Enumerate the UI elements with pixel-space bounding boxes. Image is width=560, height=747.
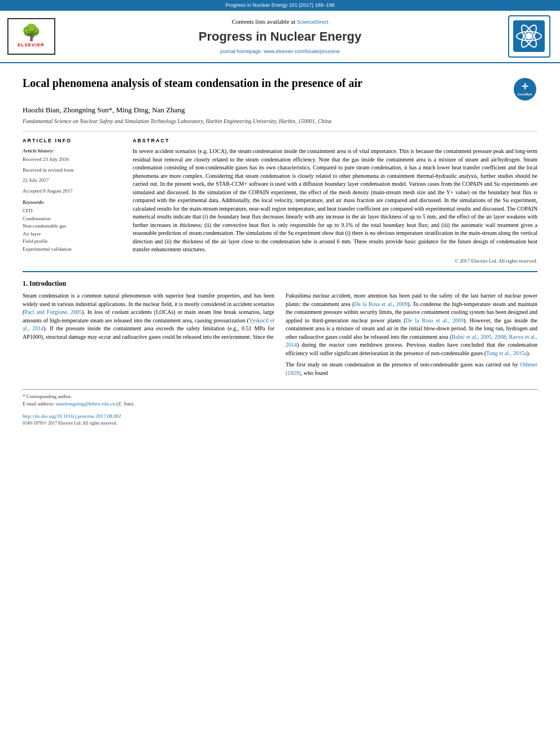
intro-left-text: Steam condensation is a common natural p… xyxy=(23,292,274,341)
ref-othmer[interactable]: Othmer (1929) xyxy=(286,361,537,376)
ref-tong[interactable]: Tong et al., 2015a xyxy=(486,350,527,356)
crossmark-badge[interactable]: ✛ CrossMark xyxy=(514,78,536,101)
email-link[interactable]: sunzhongning@hrbeu.edu.cn xyxy=(55,401,115,407)
authors: Haozhi Bian, Zhongning Sun*, Ming Ding, … xyxy=(23,105,537,115)
email-line: E-mail address: sunzhongning@hrbeu.edu.c… xyxy=(23,400,537,408)
article-title: Local phenomena analysis of steam conden… xyxy=(23,76,506,90)
elsevier-tree-icon: 🌳 xyxy=(21,25,41,41)
keyword-3: Non-condensable gas xyxy=(23,222,121,230)
history-label: Article history: xyxy=(23,147,121,155)
copyright: © 2017 Elsevier Ltd. All rights reserved… xyxy=(133,257,537,265)
crossmark-icon: ✛ xyxy=(522,81,528,93)
journal-header: 🌳 ELSEVIER Contents lists available at S… xyxy=(0,11,560,63)
svg-point-1 xyxy=(526,33,532,40)
received-date: Received 23 July 2016 xyxy=(23,156,121,163)
ref-delarosa1[interactable]: De la Rosa et al., 2009 xyxy=(354,301,408,307)
revised-date: 22 July 2017 xyxy=(23,177,121,184)
ref-vyskocil[interactable]: Vyskocil et al., 2014 xyxy=(23,317,274,332)
contents-label: Contents lists available at xyxy=(231,18,295,25)
crossmark-area[interactable]: ✛ CrossMark xyxy=(512,76,537,101)
revised-label: Received in revised form xyxy=(23,167,121,174)
ref-babic[interactable]: Babić et al., 2005, 2008 xyxy=(452,334,506,340)
section-1-heading: 1. Introduction xyxy=(23,279,537,289)
intro-right-text: Fukushima nuclear accident, more attenti… xyxy=(286,292,537,357)
sciencedirect-link[interactable]: ScienceDirect xyxy=(297,19,329,25)
journal-logo-right xyxy=(504,15,554,58)
abstract-heading: ABSTRACT xyxy=(133,137,537,145)
journal-center: Contents lists available at ScienceDirec… xyxy=(62,18,498,55)
abstract-panel: ABSTRACT In severe accident scenarios (e… xyxy=(133,137,537,265)
divider-2 xyxy=(23,271,537,272)
keywords-list: CFD Condensation Non-condensable gas Air… xyxy=(23,207,121,253)
nuclear-icon xyxy=(512,19,546,53)
footnote-area: * Corresponding author. E-mail address: … xyxy=(23,389,537,407)
intro-right-text-2: The first study on steam condensation in… xyxy=(286,361,537,377)
main-content: Local phenomena analysis of steam conden… xyxy=(0,63,560,434)
intro-right-col: Fukushima nuclear accident, more attenti… xyxy=(286,292,537,381)
article-body: ARTICLE INFO Article history: Received 2… xyxy=(23,137,537,265)
nuclear-energy-logo xyxy=(508,15,550,58)
article-title-section: Local phenomena analysis of steam conden… xyxy=(23,76,537,101)
keyword-2: Condensation xyxy=(23,215,121,222)
keywords-label: Keywords: xyxy=(23,199,121,206)
intro-left-col: Steam condensation is a common natural p… xyxy=(23,292,274,381)
elsevier-logo-box: 🌳 ELSEVIER xyxy=(7,18,55,55)
corresponding-author-note: * Corresponding author. xyxy=(23,393,537,400)
elsevier-logo: 🌳 ELSEVIER xyxy=(6,18,56,55)
issn-line: 0149-1970/© 2017 Elsevier Ltd. All right… xyxy=(23,420,537,426)
journal-citation: Progress in Nuclear Energy 101 (2017) 18… xyxy=(225,2,335,8)
doi-line[interactable]: http://dx.doi.org/10.1016/j.pnucene.2017… xyxy=(23,413,537,420)
accepted-date: Accepted 8 August 2017 xyxy=(23,187,121,195)
keyword-5: Field profile xyxy=(23,238,121,245)
article-info-panel: ARTICLE INFO Article history: Received 2… xyxy=(23,137,121,265)
journal-title: Progress in Nuclear Energy xyxy=(62,28,498,46)
article-info-heading: ARTICLE INFO xyxy=(23,137,121,145)
keyword-6: Experimental validation xyxy=(23,246,121,253)
keyword-1: CFD xyxy=(23,207,121,215)
intro-section: Steam condensation is a common natural p… xyxy=(23,292,537,381)
journal-homepage: journal homepage: www.elsevier.com/locat… xyxy=(62,48,498,55)
ref-pacl[interactable]: Pacl and Forgione, 2005 xyxy=(24,309,82,315)
crossmark-label: CrossMark xyxy=(518,93,532,97)
keyword-4: Air layer xyxy=(23,230,121,238)
affiliation: Fundamental Science on Nuclear Safety an… xyxy=(23,117,537,125)
sciencedirect-line: Contents lists available at ScienceDirec… xyxy=(62,18,498,26)
elsevier-brand-text: ELSEVIER xyxy=(18,42,45,48)
journal-citation-bar: Progress in Nuclear Energy 101 (2017) 18… xyxy=(0,0,560,11)
homepage-url[interactable]: www.elsevier.com/locate/pnucene xyxy=(264,49,340,54)
ref-delarosa2[interactable]: De la Rosa et al., 2009 xyxy=(406,317,464,324)
divider-1 xyxy=(23,131,537,132)
abstract-text: In severe accident scenarios (e.g. LOCA)… xyxy=(133,147,537,254)
